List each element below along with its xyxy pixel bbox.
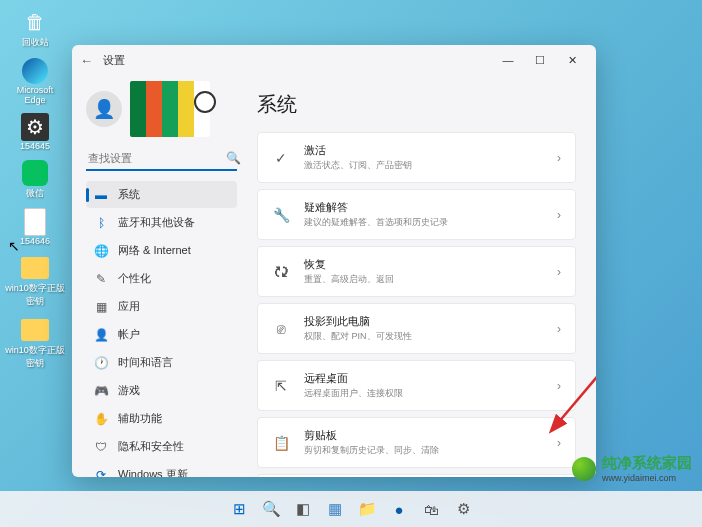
card-icon: ⎚ xyxy=(272,321,290,337)
desktop-label: 回收站 xyxy=(22,36,49,49)
page-heading: 系统 xyxy=(257,91,576,118)
wechat-icon xyxy=(21,159,49,187)
sidebar: 👤 🔍 ▬系统ᛒ蓝牙和其他设备🌐网络 & Internet✎个性化▦应用👤帐户🕐… xyxy=(72,75,247,477)
desktop-label: win10数字正版密钥 xyxy=(5,344,65,370)
nav-label: 隐私和安全性 xyxy=(118,439,184,454)
user-section[interactable]: 👤 xyxy=(86,81,237,137)
taskbar-settings-tb[interactable]: ⚙ xyxy=(449,495,477,523)
desktop-icon-recycle-bin[interactable]: 🗑 回收站 xyxy=(0,8,70,49)
avatar-icon: 👤 xyxy=(86,91,122,127)
sidebar-item-10[interactable]: ⟳Windows 更新 xyxy=(86,461,237,477)
taskbar-widgets[interactable]: ▦ xyxy=(321,495,349,523)
card-subtitle: 剪切和复制历史记录、同步、清除 xyxy=(304,444,543,457)
nav-icon: 👤 xyxy=(94,328,108,342)
card-subtitle: 权限、配对 PIN、可发现性 xyxy=(304,330,543,343)
sidebar-item-2[interactable]: 🌐网络 & Internet xyxy=(86,237,237,264)
chevron-right-icon: › xyxy=(557,265,561,279)
desktop-label: 154645 xyxy=(20,141,50,151)
settings-card-3[interactable]: ⎚投影到此电脑权限、配对 PIN、可发现性› xyxy=(257,303,576,354)
nav-icon: 🎮 xyxy=(94,384,108,398)
chevron-right-icon: › xyxy=(557,379,561,393)
card-subtitle: 建议的疑难解答、首选项和历史记录 xyxy=(304,216,543,229)
settings-card-6[interactable]: ⓘ关于设备规格、重命名电脑、Windows 规格› xyxy=(257,474,576,477)
sidebar-item-7[interactable]: 🎮游戏 xyxy=(86,377,237,404)
edge-icon xyxy=(21,57,49,85)
chevron-right-icon: › xyxy=(557,151,561,165)
window-title: 设置 xyxy=(103,53,125,68)
card-icon: ✓ xyxy=(272,150,290,166)
settings-card-4[interactable]: ⇱远程桌面远程桌面用户、连接权限› xyxy=(257,360,576,411)
desktop-icon-folder-1[interactable]: win10数字正版密钥 xyxy=(0,254,70,308)
sidebar-item-6[interactable]: 🕐时间和语言 xyxy=(86,349,237,376)
search-box[interactable]: 🔍 xyxy=(86,147,237,171)
card-icon: 📋 xyxy=(272,435,290,451)
recycle-bin-icon: 🗑 xyxy=(21,8,49,36)
card-title: 远程桌面 xyxy=(304,371,543,386)
nav-label: 应用 xyxy=(118,299,140,314)
back-button[interactable]: ← xyxy=(80,53,93,68)
folder-icon xyxy=(21,316,49,344)
close-button[interactable]: ✕ xyxy=(556,49,588,71)
card-icon: 🗘 xyxy=(272,264,290,280)
taskbar-explorer[interactable]: 📁 xyxy=(353,495,381,523)
card-title: 恢复 xyxy=(304,257,543,272)
nav-icon: ✎ xyxy=(94,272,108,286)
desktop-label: win10数字正版密钥 xyxy=(5,282,65,308)
nav-icon: ✋ xyxy=(94,412,108,426)
taskbar-start[interactable]: ⊞ xyxy=(225,495,253,523)
card-title: 激活 xyxy=(304,143,543,158)
settings-card-2[interactable]: 🗘恢复重置、高级启动、返回› xyxy=(257,246,576,297)
sidebar-item-0[interactable]: ▬系统 xyxy=(86,181,237,208)
chevron-right-icon: › xyxy=(557,322,561,336)
desktop-icon-wechat[interactable]: 微信 xyxy=(0,159,70,200)
sidebar-item-9[interactable]: 🛡隐私和安全性 xyxy=(86,433,237,460)
search-icon[interactable]: 🔍 xyxy=(226,151,241,165)
nav-icon: ᛒ xyxy=(94,216,108,230)
taskbar-store[interactable]: 🛍 xyxy=(417,495,445,523)
sidebar-item-3[interactable]: ✎个性化 xyxy=(86,265,237,292)
folder-icon xyxy=(21,254,49,282)
nav-label: 网络 & Internet xyxy=(118,243,191,258)
nav-label: 辅助功能 xyxy=(118,411,162,426)
nav-icon: ▬ xyxy=(94,188,108,202)
window-body: 👤 🔍 ▬系统ᛒ蓝牙和其他设备🌐网络 & Internet✎个性化▦应用👤帐户🕐… xyxy=(72,75,596,477)
taskbar-search[interactable]: 🔍 xyxy=(257,495,285,523)
sidebar-item-8[interactable]: ✋辅助功能 xyxy=(86,405,237,432)
nav-label: 蓝牙和其他设备 xyxy=(118,215,195,230)
gear-icon: ⚙ xyxy=(21,113,49,141)
sidebar-item-5[interactable]: 👤帐户 xyxy=(86,321,237,348)
chevron-right-icon: › xyxy=(557,208,561,222)
taskbar: ⊞🔍◧▦📁●🛍⚙ xyxy=(0,491,702,527)
desktop-icon-folder-2[interactable]: win10数字正版密钥 xyxy=(0,316,70,370)
settings-card-0[interactable]: ✓激活激活状态、订阅、产品密钥› xyxy=(257,132,576,183)
nav-icon: 🌐 xyxy=(94,244,108,258)
card-subtitle: 激活状态、订阅、产品密钥 xyxy=(304,159,543,172)
titlebar[interactable]: ← 设置 — ☐ ✕ xyxy=(72,45,596,75)
maximize-button[interactable]: ☐ xyxy=(524,49,556,71)
sidebar-item-4[interactable]: ▦应用 xyxy=(86,293,237,320)
taskbar-taskview[interactable]: ◧ xyxy=(289,495,317,523)
desktop-label: 微信 xyxy=(26,187,44,200)
desktop-icon-edge[interactable]: Microsoft Edge xyxy=(0,57,70,105)
card-title: 剪贴板 xyxy=(304,428,543,443)
card-title: 疑难解答 xyxy=(304,200,543,215)
settings-card-1[interactable]: 🔧疑难解答建议的疑难解答、首选项和历史记录› xyxy=(257,189,576,240)
nav-icon: ⟳ xyxy=(94,468,108,478)
nav-label: 帐户 xyxy=(118,327,140,342)
nav-label: 游戏 xyxy=(118,383,140,398)
desktop-icon-file-1[interactable]: ⚙ 154645 xyxy=(0,113,70,151)
nav-label: Windows 更新 xyxy=(118,467,188,477)
card-subtitle: 重置、高级启动、返回 xyxy=(304,273,543,286)
sidebar-item-1[interactable]: ᛒ蓝牙和其他设备 xyxy=(86,209,237,236)
desktop-icon-text[interactable]: 154646 xyxy=(0,208,70,246)
minimize-button[interactable]: — xyxy=(492,49,524,71)
settings-window: ← 设置 — ☐ ✕ 👤 🔍 ▬系统ᛒ蓝牙和其他设备🌐网络 & Internet… xyxy=(72,45,596,477)
card-icon: 🔧 xyxy=(272,207,290,223)
watermark-text: 纯净系统家园 xyxy=(602,454,692,471)
text-file-icon xyxy=(21,208,49,236)
taskbar-edge-tb[interactable]: ● xyxy=(385,495,413,523)
search-input[interactable] xyxy=(88,152,226,164)
settings-card-5[interactable]: 📋剪贴板剪切和复制历史记录、同步、清除› xyxy=(257,417,576,468)
watermark-url: www.yidaimei.com xyxy=(602,473,692,483)
card-subtitle: 远程桌面用户、连接权限 xyxy=(304,387,543,400)
